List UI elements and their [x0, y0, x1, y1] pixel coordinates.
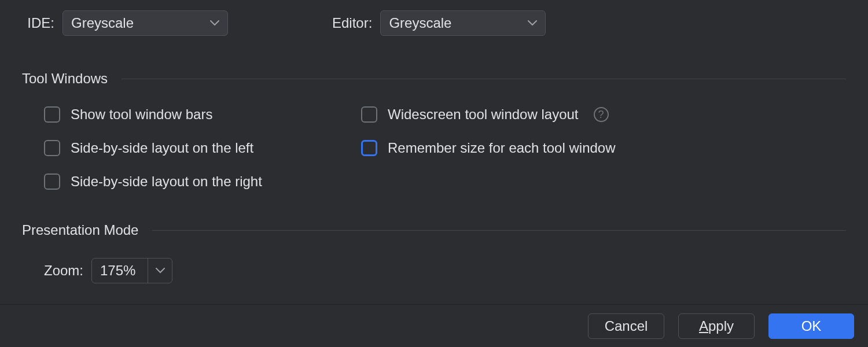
presentation-mode-title: Presentation Mode [22, 222, 138, 238]
side-by-side-left-checkbox[interactable] [44, 140, 60, 156]
editor-label: Editor: [332, 15, 372, 31]
ide-label: IDE: [22, 15, 54, 31]
zoom-input[interactable]: 175% [91, 258, 172, 283]
cancel-button[interactable]: Cancel [588, 313, 664, 339]
editor-dropdown-value: Greyscale [389, 15, 451, 31]
chevron-down-icon [210, 20, 219, 26]
apply-button-label: Apply [699, 318, 734, 334]
section-divider [122, 79, 846, 79]
remember-size-checkbox[interactable] [361, 140, 377, 156]
presentation-mode-section: Presentation Mode Zoom: 175% [22, 222, 846, 283]
chevron-down-icon [156, 268, 165, 274]
side-by-side-right-label: Side-by-side layout on the right [71, 174, 262, 190]
zoom-label: Zoom: [44, 263, 83, 279]
apply-button[interactable]: Apply [678, 313, 755, 339]
dialog-footer: Cancel Apply OK [0, 304, 868, 347]
widescreen-checkbox[interactable] [361, 106, 377, 123]
tool-windows-title: Tool Windows [22, 71, 108, 87]
editor-dropdown[interactable]: Greyscale [380, 10, 546, 36]
chevron-down-icon [528, 20, 537, 26]
side-by-side-left-label: Side-by-side layout on the left [71, 140, 253, 156]
show-tool-window-bars-checkbox[interactable] [44, 106, 60, 123]
ok-button-label: OK [801, 318, 822, 334]
ide-dropdown[interactable]: Greyscale [62, 10, 228, 36]
tool-windows-section: Tool Windows Show tool window bars Side-… [22, 71, 846, 190]
ok-button[interactable]: OK [768, 313, 854, 339]
side-by-side-right-checkbox[interactable] [44, 174, 60, 190]
help-icon[interactable]: ? [594, 107, 609, 122]
remember-size-label: Remember size for each tool window [388, 140, 616, 156]
section-divider [152, 230, 846, 231]
zoom-value: 175% [92, 259, 148, 282]
ide-dropdown-value: Greyscale [71, 15, 134, 31]
widescreen-label: Widescreen tool window layout [388, 106, 579, 123]
show-tool-window-bars-label: Show tool window bars [71, 106, 212, 123]
zoom-chevron-button[interactable] [148, 259, 172, 283]
cancel-button-label: Cancel [605, 318, 648, 334]
